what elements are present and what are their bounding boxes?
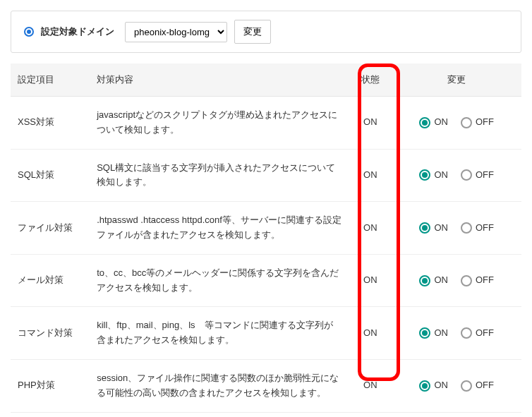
radio-on-label: ON — [434, 115, 448, 130]
row-desc: .htpasswd .htaccess httpd.conf等、サーバーに関連す… — [90, 202, 349, 255]
radio-off[interactable]: OFF — [461, 326, 494, 341]
radio-on-label: ON — [434, 273, 448, 288]
row-item: PHP対策 — [11, 359, 90, 412]
row-desc: session、ファイル操作に関連する関数のほか脆弱性元になる可能性の高い関数の… — [90, 359, 349, 412]
radio-group: ONOFF — [399, 115, 514, 130]
row-item: コマンド対策 — [11, 307, 90, 360]
radio-icon — [461, 380, 472, 392]
header-desc: 対策内容 — [90, 64, 349, 97]
row-desc: javascriptなどのスクリプトタグが埋め込まれたアクセスについて検知します… — [90, 97, 349, 150]
row-change: ONOFF — [392, 202, 521, 255]
table-row: メール対策to、cc、bcc等のメールヘッダーに関係する文字列を含んだアクセスを… — [11, 254, 521, 307]
header-state: 状態 — [349, 64, 392, 97]
radio-icon — [461, 117, 472, 128]
table-header-row: 設定項目 対策内容 状態 変更 — [11, 64, 521, 97]
radio-off-label: OFF — [476, 221, 494, 236]
radio-on[interactable]: ON — [419, 273, 448, 288]
row-change: ONOFF — [392, 307, 521, 360]
radio-icon — [419, 169, 430, 181]
radio-group: ONOFF — [399, 273, 514, 288]
table-row: コマンド対策kill、ftp、mail、ping、ls 等コマンドに関連する文字… — [11, 307, 521, 360]
radio-off[interactable]: OFF — [461, 115, 494, 130]
radio-off[interactable]: OFF — [461, 168, 494, 183]
row-state: ON — [349, 149, 392, 202]
domain-selector-panel: 設定対象ドメイン pheonix-blog-lomg 変更 — [11, 11, 521, 53]
row-change: ONOFF — [392, 97, 521, 150]
radio-off[interactable]: OFF — [461, 273, 494, 288]
row-state: ON — [349, 254, 392, 307]
radio-group: ONOFF — [399, 221, 514, 236]
radio-off-label: OFF — [476, 168, 494, 183]
row-desc: to、cc、bcc等のメールヘッダーに関係する文字列を含んだアクセスを検知します… — [90, 254, 349, 307]
radio-icon — [419, 380, 430, 392]
radio-on-label: ON — [434, 221, 448, 236]
row-desc: kill、ftp、mail、ping、ls 等コマンドに関連する文字列が含まれた… — [90, 307, 349, 360]
radio-on[interactable]: ON — [419, 378, 448, 393]
radio-on[interactable]: ON — [419, 221, 448, 236]
domain-label: 設定対象ドメイン — [41, 25, 114, 38]
table-row: PHP対策session、ファイル操作に関連する関数のほか脆弱性元になる可能性の… — [11, 359, 521, 412]
radio-on-label: ON — [434, 168, 448, 183]
radio-group: ONOFF — [399, 378, 514, 393]
domain-select[interactable]: pheonix-blog-lomg — [125, 22, 227, 42]
radio-on[interactable]: ON — [419, 168, 448, 183]
settings-table: 設定項目 対策内容 状態 変更 XSS対策javascriptなどのスクリプトタ… — [11, 64, 521, 413]
domain-radio-icon — [24, 27, 34, 37]
radio-off-label: OFF — [476, 273, 494, 288]
radio-icon — [419, 117, 430, 128]
radio-on-label: ON — [434, 326, 448, 341]
row-state: ON — [349, 202, 392, 255]
radio-group: ONOFF — [399, 326, 514, 341]
table-row: SQL対策SQL構文に該当する文字列が挿入されたアクセスについて検知します。ON… — [11, 149, 521, 202]
domain-change-button[interactable]: 変更 — [234, 20, 271, 44]
row-state: ON — [349, 307, 392, 360]
row-change: ONOFF — [392, 254, 521, 307]
radio-icon — [461, 222, 472, 234]
table-row: XSS対策javascriptなどのスクリプトタグが埋め込まれたアクセスについて… — [11, 97, 521, 150]
radio-icon — [419, 275, 430, 286]
settings-table-wrapper: 設定項目 対策内容 状態 変更 XSS対策javascriptなどのスクリプトタ… — [11, 64, 521, 413]
radio-off-label: OFF — [476, 115, 494, 130]
radio-off[interactable]: OFF — [461, 378, 494, 393]
row-item: XSS対策 — [11, 97, 90, 150]
radio-off-label: OFF — [476, 378, 494, 393]
radio-icon — [461, 275, 472, 286]
row-item: SQL対策 — [11, 149, 90, 202]
header-item: 設定項目 — [11, 64, 90, 97]
table-row: ファイル対策.htpasswd .htaccess httpd.conf等、サー… — [11, 202, 521, 255]
row-change: ONOFF — [392, 149, 521, 202]
radio-on[interactable]: ON — [419, 326, 448, 341]
radio-off-label: OFF — [476, 326, 494, 341]
row-item: メール対策 — [11, 254, 90, 307]
radio-icon — [419, 327, 430, 339]
row-state: ON — [349, 97, 392, 150]
radio-icon — [461, 169, 472, 181]
header-change: 変更 — [392, 64, 521, 97]
row-desc: SQL構文に該当する文字列が挿入されたアクセスについて検知します。 — [90, 149, 349, 202]
row-item: ファイル対策 — [11, 202, 90, 255]
radio-on-label: ON — [434, 378, 448, 393]
radio-icon — [419, 222, 430, 234]
row-change: ONOFF — [392, 359, 521, 412]
radio-off[interactable]: OFF — [461, 221, 494, 236]
radio-group: ONOFF — [399, 168, 514, 183]
radio-on[interactable]: ON — [419, 115, 448, 130]
row-state: ON — [349, 359, 392, 412]
radio-icon — [461, 327, 472, 339]
